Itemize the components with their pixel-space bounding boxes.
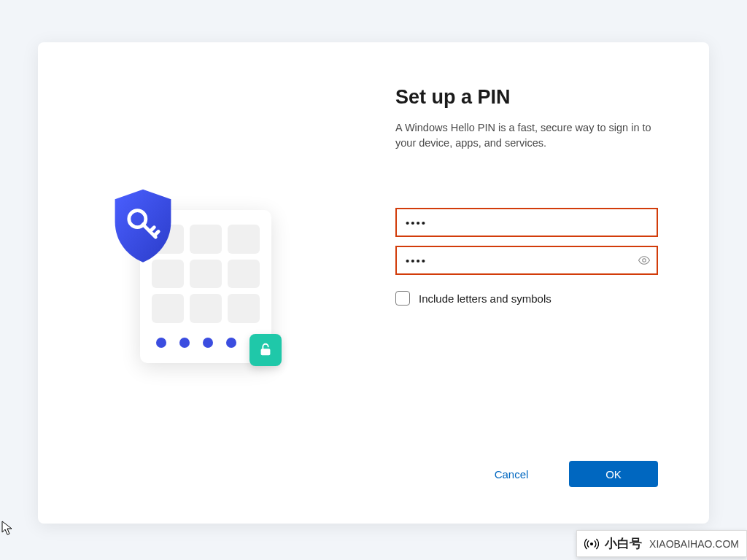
dialog-title: Set up a PIN <box>395 86 658 109</box>
include-symbols-row: Include letters and symbols <box>395 291 658 306</box>
pin-dot <box>179 338 190 348</box>
ok-button[interactable]: OK <box>569 461 658 487</box>
unlock-badge <box>249 334 282 366</box>
pin-dot <box>203 338 213 348</box>
dialog-subtitle: A Windows Hello PIN is a fast, secure wa… <box>395 120 658 151</box>
watermark-brand-url: XIAOBAIHAO.COM <box>649 538 739 550</box>
pin-dot <box>156 338 166 348</box>
keypad-key <box>228 225 260 254</box>
unlock-icon <box>258 342 274 358</box>
form-pane: Set up a PIN A Windows Hello PIN is a fa… <box>374 42 709 524</box>
keypad-key <box>190 294 222 323</box>
svg-point-2 <box>643 259 646 262</box>
svg-rect-0 <box>261 349 271 355</box>
pin-dot-row <box>152 338 260 348</box>
illustration-pane <box>38 42 374 524</box>
pin-setup-dialog: Set up a PIN A Windows Hello PIN is a fa… <box>38 42 709 524</box>
include-symbols-label: Include letters and symbols <box>419 292 551 305</box>
pin-dot <box>226 338 236 348</box>
keypad-key <box>228 260 260 289</box>
mouse-cursor-icon <box>1 521 13 535</box>
pin-confirm-input[interactable] <box>395 246 658 275</box>
pin-illustration <box>111 188 301 378</box>
keypad-key <box>190 260 222 289</box>
watermark-badge: 小白号 XIAOBAIHAO.COM <box>576 530 747 557</box>
svg-point-3 <box>590 542 593 545</box>
cancel-button[interactable]: Cancel <box>467 461 556 487</box>
keypad-key <box>190 225 222 254</box>
keypad-key <box>228 294 260 323</box>
shield-key-icon <box>108 187 178 264</box>
reveal-password-icon[interactable] <box>638 254 651 267</box>
include-symbols-checkbox[interactable] <box>395 291 410 306</box>
pin-input[interactable] <box>395 208 658 237</box>
keypad-key <box>152 294 184 323</box>
pin-confirm-wrap <box>395 246 658 275</box>
dialog-button-row: Cancel OK <box>395 461 658 502</box>
watermark-brand-cn: 小白号 <box>605 535 642 552</box>
broadcast-icon <box>584 537 599 551</box>
